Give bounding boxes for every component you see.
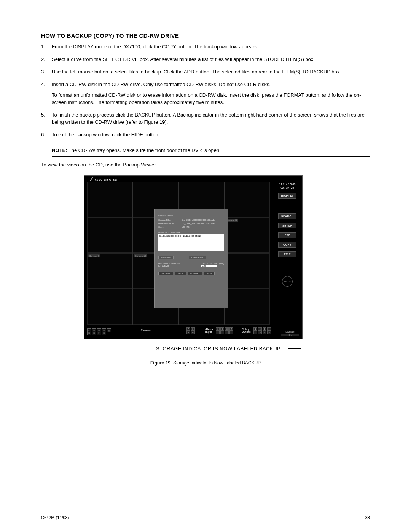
step-1-text: From the DISPLAY mode of the DX7100, cli…: [52, 44, 258, 50]
step-1: From the DISPLAY mode of the DX7100, cli…: [41, 43, 370, 51]
side-panel: 11 / 14 / 2003 00 : 29 : 26 DISPLAY SEAR…: [276, 182, 299, 287]
camera-label: Camera: [141, 329, 151, 332]
items-listbox[interactable]: D:\:11/12/2003 05:08 - 11/12/2003 05:12: [158, 234, 224, 251]
relay-chip-5[interactable]: 5: [253, 331, 257, 334]
step-6: To exit the backup window, click the HID…: [41, 131, 370, 139]
figure-caption: Figure 19. Storage Indicator Is Now Labe…: [84, 360, 327, 366]
footer-doc-id: C642M (11/03): [41, 515, 69, 520]
pelco-logo-icon: PELCO: [282, 276, 293, 287]
note-block: NOTE: The CD-RW tray opens. Make sure th…: [52, 144, 370, 157]
datetime: 11 / 14 / 2003 00 : 29 : 26: [279, 182, 296, 189]
ptz-button[interactable]: PTZ: [278, 232, 296, 238]
cam-chip-8[interactable]: 8: [191, 327, 195, 331]
note-label: NOTE:: [52, 147, 67, 153]
step-2: Select a drive from the SELECT DRIVE box…: [41, 56, 370, 63]
post-note-text: To view the video on the CD, use the Bac…: [41, 162, 370, 168]
relay-chip-6[interactable]: 6: [258, 331, 262, 334]
backup-indicator-label: Backup: [281, 331, 299, 333]
exit-button[interactable]: EXIT: [278, 251, 296, 257]
step-4-extra: To format an unformatted CD-RW disk or t…: [52, 92, 370, 106]
alarm-chip-6[interactable]: 6: [220, 331, 224, 334]
layout-9-icon[interactable]: ▦: [107, 328, 111, 332]
relay-chip-8[interactable]: 8: [267, 331, 271, 334]
backup-dialog: Backup Status Source File :D:\_DDB_\0000…: [154, 209, 228, 308]
relay-chip-1[interactable]: 1: [253, 327, 257, 331]
destfile-value: E:\_DDB_\00000000000352.bdb: [182, 222, 215, 225]
callout-text: STORAGE INDICATOR IS NOW LABELED BACKUP: [156, 346, 280, 351]
alarm-chip-1[interactable]: 1: [216, 327, 220, 331]
cam-chip-10[interactable]: 10: [191, 331, 195, 334]
relay-chip-2[interactable]: 2: [258, 327, 262, 331]
format-button[interactable]: FORMAT: [188, 272, 202, 275]
dvr-series-label: X 7100 SERIES: [90, 177, 117, 181]
relay-chip-3[interactable]: 3: [263, 327, 266, 331]
step-5: To finish the backup process click the B…: [41, 112, 370, 126]
x-logo-icon: X: [90, 177, 93, 181]
stop-button[interactable]: STOP: [175, 272, 186, 275]
dest-drive-value: E:\ 505MB: [158, 265, 181, 267]
items-label: ITEM(S) TO BACKUP: [158, 231, 224, 233]
alarm-chip-4[interactable]: 4: [229, 327, 233, 331]
setup-button[interactable]: SETUP: [278, 223, 296, 228]
alarm-input-label: Alarm Input: [206, 328, 213, 333]
hide-button[interactable]: HIDE: [204, 272, 215, 275]
page-footer: C642M (11/03) 33: [41, 515, 370, 520]
step-3: Use the left mouse button to select file…: [41, 69, 370, 76]
size-key: Size :: [158, 226, 179, 228]
step-6-text: To exit the backup window, click the HID…: [52, 132, 159, 137]
step-4-text: Insert a CD-RW disk in the CD-RW drive. …: [52, 81, 271, 87]
layout-icons-2: ▦ ▦ ▢ ▦: [87, 331, 106, 335]
backup-button[interactable]: BACKUP: [158, 272, 173, 275]
callout-line: [288, 337, 301, 349]
relay-chip-4[interactable]: 4: [267, 327, 271, 331]
source-value: D:\_DDB_\00000000000352.ddb: [182, 219, 215, 221]
layout-13-icon[interactable]: ▦: [92, 331, 96, 335]
copy-button[interactable]: COPY: [278, 242, 296, 248]
figure-caption-text: Storage Indicator Is Now Labeled BACKUP: [173, 360, 261, 366]
alarm-chip-5[interactable]: 5: [216, 331, 220, 334]
alarm-chip-3[interactable]: 3: [225, 327, 229, 331]
destfile-key: Destination File :: [158, 222, 179, 225]
backup-indicator-bar: 0%: [281, 334, 299, 336]
step-5-text: To finish the backup process click the B…: [52, 112, 365, 125]
alarm-chip-7[interactable]: 7: [225, 331, 229, 334]
cam-chip-9[interactable]: 9: [186, 331, 190, 334]
layout-seq-icon[interactable]: ▦: [102, 331, 106, 335]
section-heading: HOW TO BACKUP (COPY) TO THE CD-RW DRIVE: [41, 32, 370, 39]
size-value: 120 MB: [182, 226, 190, 228]
layout-10-icon[interactable]: ▦: [87, 331, 91, 335]
dvr-screenshot: X 7100 SERIES Camera 12 Camera 9 Camera …: [84, 175, 303, 339]
dest-drive-key: DESTINATION DRIVE: [158, 262, 181, 265]
display-button[interactable]: DISPLAY: [278, 193, 296, 199]
source-key: Source File :: [158, 219, 179, 221]
search-button[interactable]: SEARCH: [278, 213, 296, 219]
remove-button[interactable]: REMOVE: [158, 256, 174, 259]
footer-page-number: 33: [365, 515, 370, 520]
relay-chip-7[interactable]: 7: [263, 331, 266, 334]
date-text: 11 / 14 / 2003: [279, 182, 296, 186]
bottom-bar: ▢ ▦ ▦ ▦ ▦ ▦ ▦ ▢ ▦ Camera 7: [87, 325, 299, 336]
alarm-chip-8[interactable]: 8: [229, 331, 233, 334]
time-text: 00 : 29 : 26: [279, 186, 296, 189]
camera-10-label: Camera 10: [134, 254, 147, 257]
note-text: The CD-RW tray opens. Make sure the fron…: [68, 147, 221, 153]
figure-label: Figure 19.: [150, 360, 172, 366]
series-text: 7100 SERIES: [94, 178, 117, 181]
layout-16-icon[interactable]: ▢: [97, 331, 101, 335]
space-value: 120: [201, 265, 217, 267]
step-2-text: Select a drive from the SELECT DRIVE box…: [52, 56, 315, 62]
relay-output-label: Relay Output: [242, 328, 250, 333]
steps-list: From the DISPLAY mode of the DX7100, cli…: [41, 43, 370, 139]
backup-indicator: Backup 0%: [281, 331, 299, 336]
step-3-text: Use the left mouse button to select file…: [52, 69, 341, 75]
camera-12-cell: Camera 12: [225, 217, 270, 253]
alarm-chip-2[interactable]: 2: [220, 327, 224, 331]
step-4: Insert a CD-RW disk in the CD-RW drive. …: [41, 81, 370, 107]
clear-all-button[interactable]: CLEAR ALL: [189, 256, 206, 259]
cam-chip-7[interactable]: 7: [186, 327, 190, 331]
camera-9-label: Camera 9: [88, 254, 100, 257]
camera-9-cell: Camera 9: [87, 253, 132, 289]
figure-wrap: X 7100 SERIES Camera 12 Camera 9 Camera …: [84, 175, 327, 366]
